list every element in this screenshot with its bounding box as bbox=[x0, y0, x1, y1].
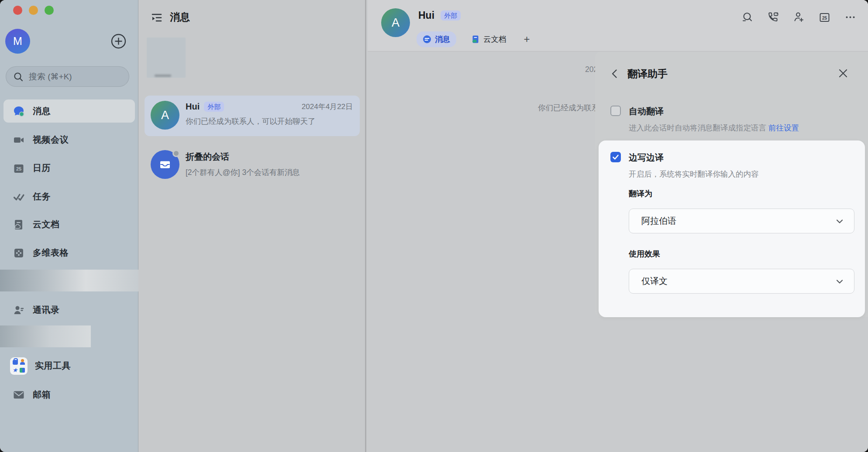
conversation-name: Hui bbox=[186, 102, 200, 112]
chat-avatar[interactable]: A bbox=[381, 8, 410, 37]
tab-label: 云文档 bbox=[483, 34, 506, 45]
chevron-down-icon bbox=[835, 216, 844, 226]
search-box[interactable] bbox=[6, 66, 129, 87]
effect-label: 使用效果 bbox=[629, 249, 660, 259]
conversation-list-title: 消息 bbox=[170, 10, 190, 24]
translate-assistant-panel: 翻译助手 自动翻译 进入此会话时自动将消息翻译成指定语言 前往设置 bbox=[595, 51, 868, 317]
sidebar-item-mail[interactable]: 邮箱 bbox=[3, 383, 135, 406]
conversation-preview: 你们已经成为联系人，可以开始聊天了 bbox=[186, 116, 353, 127]
chevron-down-icon bbox=[835, 277, 844, 286]
maximize-window-button[interactable] bbox=[45, 6, 54, 15]
bitable-icon bbox=[12, 247, 25, 260]
minimize-window-button[interactable] bbox=[29, 6, 38, 15]
redacted-sidebar-item[interactable] bbox=[0, 325, 91, 347]
conversation-timestamp: 2024年4月22日 bbox=[302, 102, 353, 112]
tab-messages[interactable]: 消息 bbox=[417, 31, 456, 47]
contacts-person-icon bbox=[12, 304, 25, 317]
collapsed-chats-avatar bbox=[151, 150, 179, 179]
inbox-tray-icon bbox=[158, 157, 172, 172]
sidebar-item-video-meeting[interactable]: 视频会议 bbox=[3, 128, 135, 151]
more-icon[interactable] bbox=[844, 11, 856, 23]
add-tab-button[interactable]: + bbox=[521, 34, 533, 45]
sidebar: M 消息 视频会议 25 日历 bbox=[0, 0, 138, 452]
write-translate-section: 边写边译 开启后，系统将实时翻译你输入的内容 bbox=[610, 152, 759, 179]
write-translate-checkbox[interactable] bbox=[610, 152, 621, 162]
go-to-settings-link[interactable]: 前往设置 bbox=[768, 123, 799, 132]
conversation-name: 折叠的会话 bbox=[186, 151, 229, 163]
sidebar-item-label: 通讯录 bbox=[33, 304, 60, 316]
video-camera-icon bbox=[12, 134, 25, 147]
sidebar-item-label: 邮箱 bbox=[33, 389, 51, 401]
chat-header-actions: 25 bbox=[741, 11, 856, 23]
effect-dropdown[interactable]: 仅译文 bbox=[629, 269, 854, 294]
chat-tabs: 消息 云文档 + bbox=[417, 31, 533, 47]
redacted-conversation-thumbnail[interactable] bbox=[147, 38, 186, 78]
chat-title: Hui bbox=[418, 10, 434, 21]
conversation-item-collapsed-chats[interactable]: 折叠的会话 [2个群有人@你] 3个会话有新消息 bbox=[145, 145, 360, 185]
search-messages-icon[interactable] bbox=[741, 11, 753, 23]
sidebar-item-label: 日历 bbox=[33, 162, 51, 174]
sidebar-item-base[interactable]: 多维表格 bbox=[3, 241, 135, 264]
close-window-button[interactable] bbox=[13, 6, 22, 15]
write-translate-card: 边写边译 开启后，系统将实时翻译你输入的内容 翻译为 阿拉伯语 使用效果 仅译文 bbox=[599, 140, 865, 317]
svg-text:25: 25 bbox=[16, 166, 21, 171]
sidebar-item-docs[interactable]: 云文档 bbox=[3, 213, 135, 236]
sidebar-item-utilities[interactable]: ★ 实用工具 bbox=[3, 354, 135, 377]
close-icon[interactable] bbox=[837, 68, 849, 79]
plus-circle-icon bbox=[111, 34, 126, 49]
sidebar-item-contacts[interactable]: 通讯录 bbox=[3, 298, 135, 322]
add-member-icon[interactable] bbox=[793, 11, 805, 23]
collapse-list-icon[interactable] bbox=[151, 11, 163, 24]
search-input[interactable] bbox=[28, 72, 122, 82]
auto-translate-label: 自动翻译 bbox=[629, 106, 799, 117]
auto-translate-checkbox[interactable] bbox=[610, 106, 621, 116]
translate-to-label: 翻译为 bbox=[629, 188, 652, 199]
tab-docs[interactable]: 云文档 bbox=[465, 31, 513, 47]
app-window: M 消息 视频会议 25 日历 bbox=[0, 0, 868, 452]
sidebar-item-label: 任务 bbox=[33, 191, 51, 202]
sidebar-item-messages[interactable]: 消息 bbox=[3, 99, 135, 123]
calendar-icon[interactable]: 25 bbox=[819, 11, 830, 23]
tools-grid-icon: ★ bbox=[10, 357, 28, 375]
video-call-icon[interactable] bbox=[767, 11, 779, 23]
sidebar-item-label: 云文档 bbox=[33, 219, 60, 230]
external-badge: 外部 bbox=[204, 102, 224, 112]
user-avatar[interactable]: M bbox=[5, 29, 30, 54]
docs-cloud-icon bbox=[12, 218, 25, 231]
external-badge: 外部 bbox=[441, 10, 461, 21]
avatar: A bbox=[151, 101, 179, 130]
calendar-25-icon: 25 bbox=[12, 162, 25, 175]
tab-label: 消息 bbox=[435, 34, 450, 45]
redacted-sidebar-item[interactable] bbox=[0, 270, 138, 291]
conversation-item-hui[interactable]: A Hui 外部 2024年4月22日 你们已经成为联系人，可以开始聊天了 bbox=[145, 96, 360, 136]
conversation-preview: [2个群有人@你] 3个会话有新消息 bbox=[186, 167, 353, 178]
double-check-icon bbox=[12, 190, 25, 203]
mute-dot-badge bbox=[172, 150, 180, 157]
check-icon bbox=[612, 153, 620, 161]
translate-to-dropdown[interactable]: 阿拉伯语 bbox=[629, 209, 854, 233]
sidebar-item-label: 消息 bbox=[33, 105, 51, 117]
write-translate-label: 边写边译 bbox=[629, 152, 759, 163]
sidebar-item-tasks[interactable]: 任务 bbox=[3, 185, 135, 208]
translate-to-value: 阿拉伯语 bbox=[641, 215, 835, 227]
chat-bubble-icon bbox=[423, 35, 431, 44]
mail-envelope-icon bbox=[12, 388, 25, 401]
chat-header: A Hui 外部 消息 云文档 + bbox=[368, 0, 868, 51]
chat-bubble-icon bbox=[12, 105, 25, 118]
panel-title: 翻译助手 bbox=[627, 67, 668, 81]
sidebar-item-label: 实用工具 bbox=[35, 360, 71, 372]
effect-value: 仅译文 bbox=[641, 275, 835, 287]
sidebar-item-label: 视频会议 bbox=[33, 134, 69, 146]
conversation-list: 消息 A Hui 外部 2024年4月22日 你们已经成为联系人，可以开始聊天了 bbox=[138, 0, 366, 452]
auto-translate-description: 进入此会话时自动将消息翻译成指定语言 bbox=[629, 123, 766, 132]
back-chevron-icon[interactable] bbox=[609, 68, 620, 79]
write-translate-description: 开启后，系统将实时翻译你输入的内容 bbox=[629, 169, 759, 179]
traffic-lights bbox=[13, 6, 54, 15]
auto-translate-section: 自动翻译 进入此会话时自动将消息翻译成指定语言 前往设置 bbox=[610, 106, 799, 133]
conversation-list-header: 消息 bbox=[151, 10, 190, 24]
sidebar-item-calendar[interactable]: 25 日历 bbox=[3, 157, 135, 180]
search-icon bbox=[13, 72, 24, 82]
sidebar-item-label: 多维表格 bbox=[33, 247, 69, 259]
svg-text:25: 25 bbox=[822, 16, 827, 21]
create-button[interactable] bbox=[111, 34, 126, 49]
